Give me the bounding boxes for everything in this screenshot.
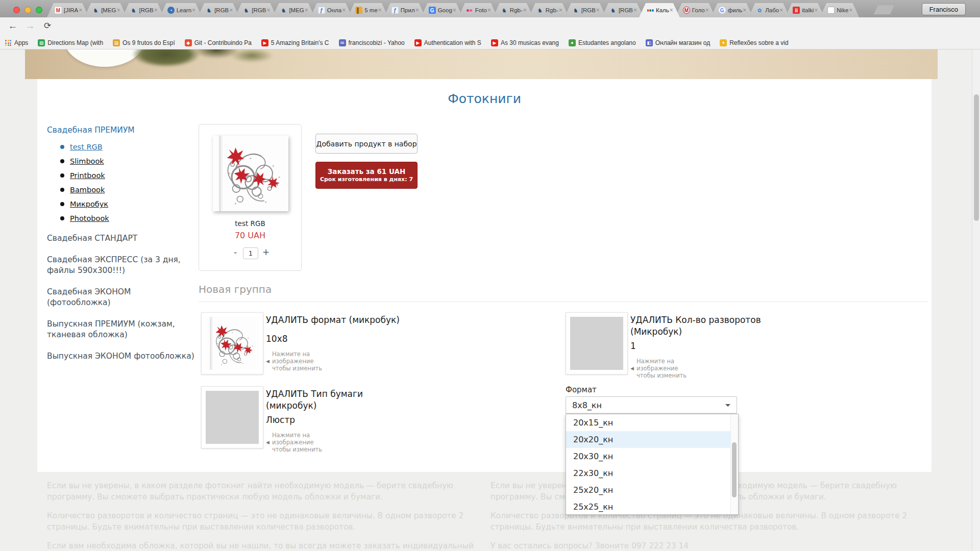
add-to-set-button[interactable]: Добавить продукт в набор xyxy=(315,134,418,154)
tab-close-icon[interactable]: × xyxy=(633,7,637,13)
tab-close-icon[interactable]: × xyxy=(779,7,783,13)
tab-learn[interactable]: ◔Learn× xyxy=(160,3,202,17)
tab-close-icon[interactable]: × xyxy=(154,7,158,13)
new-tab-button[interactable] xyxy=(874,5,894,14)
quantity-minus-button[interactable]: - xyxy=(231,247,240,257)
bookmark-label: franciscobizi - Yahoo xyxy=(349,39,405,46)
option-hint: Нажмите на изображение чтобы изменить xyxy=(272,432,331,453)
bookmark-item[interactable]: ◧Онлайн магазин од xyxy=(646,39,710,46)
tab-каль[interactable]: Каль× xyxy=(639,3,680,17)
tab-close-icon[interactable]: × xyxy=(117,7,120,13)
product-image[interactable] xyxy=(213,136,288,211)
tab-close-icon[interactable]: × xyxy=(670,7,673,13)
tab-прил[interactable]: ƒПрил× xyxy=(384,3,426,17)
bookmark-label: Authentication with S xyxy=(424,39,481,46)
tab-close-icon[interactable]: × xyxy=(266,7,270,13)
tab--rgb[interactable]: ♞[RGB× xyxy=(198,3,239,17)
quantity-input[interactable] xyxy=(243,247,258,259)
apps-shortcut[interactable]: Apps xyxy=(5,39,28,46)
bookmark-item[interactable]: ◆Git - Contribuindo Pa xyxy=(185,39,252,46)
tab-close-icon[interactable]: × xyxy=(342,7,346,13)
tab-goog[interactable]: GGoog× xyxy=(421,3,463,17)
sidebar-item-микробук[interactable]: Микробук xyxy=(60,200,196,208)
order-button[interactable]: Заказать за 61 UAH Срок изготовления в д… xyxy=(315,162,418,189)
sidebar-section-label[interactable]: Выпускная ЭКОНОМ фотообложка) xyxy=(47,351,196,362)
tab-close-icon[interactable]: × xyxy=(487,7,491,13)
tab-title: Лабо xyxy=(765,7,779,13)
sidebar-section-label[interactable]: Выпускная ПРЕМИУМ (кожзам, тканевая обло… xyxy=(47,319,196,340)
back-icon[interactable]: ← xyxy=(6,20,19,32)
tab-close-icon[interactable]: × xyxy=(378,7,382,13)
dropdown-option[interactable]: 25x20_кн xyxy=(566,482,738,498)
tab--rgb[interactable]: ♞[RGB× xyxy=(122,3,164,17)
bookmark-item[interactable]: ●Estudantes angolano xyxy=(569,39,636,46)
tab-italki[interactable]: iiitalki× xyxy=(785,3,824,17)
bookmark-item[interactable]: ▶Authentication with S xyxy=(414,39,481,46)
sidebar-item-bambook[interactable]: Bambook xyxy=(60,186,196,194)
tab-close-icon[interactable]: × xyxy=(415,7,419,13)
dropdown-option[interactable]: 20x30_кн xyxy=(566,448,738,465)
tab-close-icon[interactable]: × xyxy=(743,7,746,13)
format-select[interactable]: 8x8_кн xyxy=(566,396,737,414)
dropdown-option[interactable]: 20x20_кн xyxy=(566,431,738,448)
minimize-window-button[interactable] xyxy=(24,7,31,13)
tab--rgb[interactable]: ♞[RGB× xyxy=(235,3,277,17)
sidebar-item-test-rgb[interactable]: test RGB xyxy=(60,143,196,151)
tab--rgb[interactable]: ♞[RGB× xyxy=(565,3,606,17)
tab--jira[interactable]: M[JIRA× xyxy=(47,3,89,17)
sidebar-item-photobook[interactable]: Photobook xyxy=(60,214,196,222)
option-thumbnail[interactable] xyxy=(201,386,263,448)
bookmark-item[interactable]: ▶5 Amazing Britain's C xyxy=(261,39,329,46)
bookmark-item[interactable]: ▨Directions Map (with xyxy=(38,39,103,46)
sidebar-section-label[interactable]: Свадебная ПРЕМИУМ xyxy=(47,125,196,136)
sidebar-section-label[interactable]: Свадебная ЭКСПРЕСС (за 3 дня, файлы 590x… xyxy=(47,255,196,276)
bookmark-item[interactable]: ▶As 30 musicas evang xyxy=(491,39,559,46)
tab-title: [JIRA xyxy=(64,7,78,13)
tab-close-icon[interactable]: × xyxy=(523,7,527,13)
sidebar-section-label[interactable]: Свадебная ЭКОНОМ (фотообложка) xyxy=(47,287,196,308)
quantity-plus-button[interactable]: + xyxy=(261,247,271,257)
tab-close-icon[interactable]: × xyxy=(453,7,456,13)
tab--meg[interactable]: ♞[MEG× xyxy=(272,3,314,17)
tab-лабо[interactable]: ✿Лабо× xyxy=(748,3,790,17)
tab-close-icon[interactable]: × xyxy=(596,7,600,13)
tab-close-icon[interactable]: × xyxy=(705,7,709,13)
tab-nike[interactable]: Nike× xyxy=(820,3,859,17)
tab-close-icon[interactable]: × xyxy=(849,7,852,13)
tab--rgb[interactable]: ♞[RGB× xyxy=(602,3,644,17)
sidebar-item-slimbook[interactable]: Slimbook xyxy=(60,157,196,165)
profile-button[interactable]: Francisco xyxy=(922,3,966,15)
forward-icon[interactable]: → xyxy=(23,20,37,32)
rgb-lab-icon: ♞ xyxy=(572,7,579,14)
tab-close-icon[interactable]: × xyxy=(814,7,818,13)
dropdown-option[interactable]: 25x25_кн xyxy=(566,498,738,515)
tab-close-icon[interactable]: × xyxy=(229,7,233,13)
tab-голо[interactable]: MГоло× xyxy=(675,3,716,17)
option-thumbnail[interactable] xyxy=(566,312,628,374)
zoom-window-button[interactable] xyxy=(36,7,42,13)
option-thumbnail[interactable] xyxy=(201,312,263,374)
tab-close-icon[interactable]: × xyxy=(79,7,82,13)
close-window-button[interactable] xyxy=(13,7,20,13)
tab-rgb-[interactable]: ♞Rgb-× xyxy=(493,3,533,17)
dropdown-option[interactable]: 22x30_кн xyxy=(566,465,738,482)
sidebar-item-printbook[interactable]: Printbook xyxy=(60,171,196,180)
tab-rgb-[interactable]: ♞Rgb-× xyxy=(529,3,569,17)
sidebar-section-label[interactable]: Свадебная СТАНДАРТ xyxy=(47,233,196,244)
tab-филь[interactable]: Gфиль× xyxy=(711,3,753,17)
tab-foto[interactable]: Foto× xyxy=(458,3,498,17)
tab--meg[interactable]: ♞[MEG× xyxy=(84,3,127,17)
bookmark-item[interactable]: ✉franciscobizi - Yahoo xyxy=(339,39,405,46)
dropdown-scrollbar-thumb[interactable] xyxy=(732,442,737,497)
tab-5-me[interactable]: ▍5 me× xyxy=(348,3,388,17)
dropdown-option[interactable]: 20x15_кн xyxy=(566,414,738,431)
tab-close-icon[interactable]: × xyxy=(559,7,562,13)
tab-close-icon[interactable]: × xyxy=(305,7,308,13)
tab-close-icon[interactable]: × xyxy=(192,7,195,13)
bookmark-item[interactable]: ✦Reflexões sobre a vid xyxy=(720,39,788,46)
bookmark-item[interactable]: ▤Os 9 frutos do Espí xyxy=(113,39,175,46)
reload-icon[interactable]: ⟳ xyxy=(41,20,54,31)
rgb-lab-icon: ♞ xyxy=(501,7,508,14)
window-scrollbar-thumb[interactable] xyxy=(974,94,979,221)
tab-онла[interactable]: ƒОнла× xyxy=(310,3,352,17)
